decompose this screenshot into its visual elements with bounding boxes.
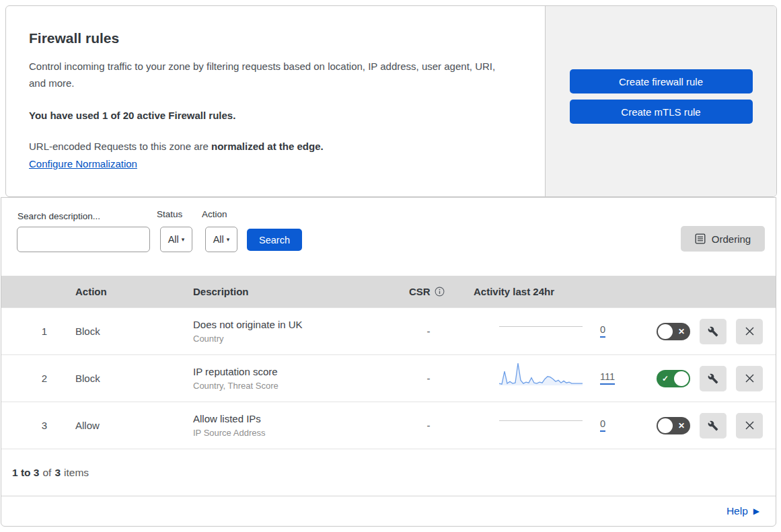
rule-fields: Country xyxy=(193,334,385,344)
edit-rule-button[interactable] xyxy=(700,366,727,391)
table-row: 1 Block Does not originate in UK Country… xyxy=(1,307,776,354)
status-dropdown[interactable]: All ▾ xyxy=(160,227,192,252)
toggle-knob xyxy=(674,371,689,386)
normalization-note: URL-encoded Requests to this zone are no… xyxy=(29,141,518,152)
rule-action: Block xyxy=(62,326,180,337)
toggle-off-x-icon: ✕ xyxy=(678,422,685,430)
create-mtls-rule-button[interactable]: Create mTLS rule xyxy=(570,100,753,124)
help-link[interactable]: Help ▶ xyxy=(727,505,759,517)
table-header: Action Description CSR Activity last 24h… xyxy=(1,276,776,307)
rule-enabled-toggle[interactable]: ✕ xyxy=(657,323,690,340)
ordering-button-label: Ordering xyxy=(712,233,751,245)
activity-sparkline-flat xyxy=(499,326,583,327)
header-actions-panel: Create firewall rule Create mTLS rule xyxy=(546,6,776,196)
wrench-icon xyxy=(708,326,718,337)
rules-panel: Search description... Status All ▾ Actio… xyxy=(1,197,776,527)
close-icon xyxy=(745,420,755,430)
normalization-note-bold: normalized at the edge. xyxy=(211,141,324,152)
rule-description-link[interactable]: Does not originate in UK xyxy=(193,319,385,330)
column-description: Description xyxy=(180,286,385,297)
action-label: Action xyxy=(202,209,227,219)
normalization-note-text: URL-encoded Requests to this zone are xyxy=(29,141,211,152)
items-range: 1 to 3 xyxy=(12,467,39,479)
toggle-off-x-icon: ✕ xyxy=(678,328,685,336)
delete-rule-button[interactable] xyxy=(736,413,763,439)
edit-rule-button[interactable] xyxy=(700,319,727,344)
edit-rule-button[interactable] xyxy=(700,413,727,439)
activity-count-link[interactable]: 111 xyxy=(600,372,615,385)
column-activity: Activity last 24hr xyxy=(472,286,776,297)
activity-sparkline-flat xyxy=(499,420,583,421)
search-label: Search description... xyxy=(17,211,100,221)
header-info-panel: Firewall rules Control incoming traffic … xyxy=(6,6,546,196)
activity-count-link[interactable]: 0 xyxy=(600,325,605,338)
arrow-right-icon: ▶ xyxy=(753,507,759,515)
delete-rule-button[interactable] xyxy=(736,366,763,391)
rule-action: Allow xyxy=(62,420,180,431)
search-input-wrapper xyxy=(17,227,150,252)
chevron-down-icon: ▾ xyxy=(227,236,230,243)
header-card: Firewall rules Control incoming traffic … xyxy=(5,5,777,197)
close-icon xyxy=(745,373,755,383)
rule-enabled-toggle[interactable]: ✓ xyxy=(657,370,690,387)
info-icon[interactable] xyxy=(435,287,445,297)
table-row: 2 Block IP reputation score Country, Thr… xyxy=(1,354,776,402)
ordering-list-icon xyxy=(695,233,706,244)
column-csr: CSR xyxy=(385,286,472,297)
toggle-on-check-icon: ✓ xyxy=(662,375,669,383)
help-bar: Help ▶ xyxy=(1,496,776,526)
create-firewall-rule-button[interactable]: Create firewall rule xyxy=(570,69,753,93)
filter-bar: Search description... Status All ▾ Actio… xyxy=(1,198,776,276)
wrench-icon xyxy=(708,373,718,384)
items-total: 3 xyxy=(54,467,61,479)
chevron-down-icon: ▾ xyxy=(182,236,185,243)
toggle-knob xyxy=(658,418,673,433)
rule-priority: 1 xyxy=(1,326,62,337)
column-action: Action xyxy=(62,286,180,297)
rule-description-link[interactable]: Allow listed IPs xyxy=(193,413,385,424)
wrench-icon xyxy=(708,420,718,431)
page-description: Control incoming traffic to your zone by… xyxy=(29,58,507,91)
rule-enabled-toggle[interactable]: ✕ xyxy=(657,417,690,434)
activity-count-link[interactable]: 0 xyxy=(600,419,605,432)
items-label: items xyxy=(64,467,89,479)
items-of-label: of xyxy=(42,467,51,479)
help-link-label: Help xyxy=(727,505,748,517)
configure-normalization-link[interactable]: Configure Normalization xyxy=(29,158,137,169)
usage-summary: You have used 1 of 20 active Firewall ru… xyxy=(29,110,518,121)
status-label: Status xyxy=(157,209,182,219)
rule-fields: IP Source Address xyxy=(193,428,385,438)
delete-rule-button[interactable] xyxy=(736,319,763,344)
activity-sparkline xyxy=(499,360,583,386)
rule-description-link[interactable]: IP reputation score xyxy=(193,366,385,377)
rule-priority: 3 xyxy=(1,420,62,431)
rule-csr-value: - xyxy=(385,420,472,431)
close-icon xyxy=(745,326,755,336)
action-dropdown-value: All xyxy=(213,234,224,245)
search-input[interactable] xyxy=(30,229,155,250)
ordering-button[interactable]: Ordering xyxy=(681,226,765,252)
page-title: Firewall rules xyxy=(29,30,518,46)
action-dropdown[interactable]: All ▾ xyxy=(205,227,237,252)
toggle-knob xyxy=(658,324,673,339)
column-csr-label: CSR xyxy=(409,286,431,297)
items-count: 1 to 3 of 3 items xyxy=(1,449,776,496)
rule-fields: Country, Threat Score xyxy=(193,381,385,391)
search-button[interactable]: Search xyxy=(247,229,302,251)
rule-csr-value: - xyxy=(385,326,472,337)
table-row: 3 Allow Allow listed IPs IP Source Addre… xyxy=(1,402,776,449)
rule-priority: 2 xyxy=(1,373,62,384)
rule-action: Block xyxy=(62,373,180,384)
rule-csr-value: - xyxy=(385,373,472,384)
status-dropdown-value: All xyxy=(168,234,179,245)
